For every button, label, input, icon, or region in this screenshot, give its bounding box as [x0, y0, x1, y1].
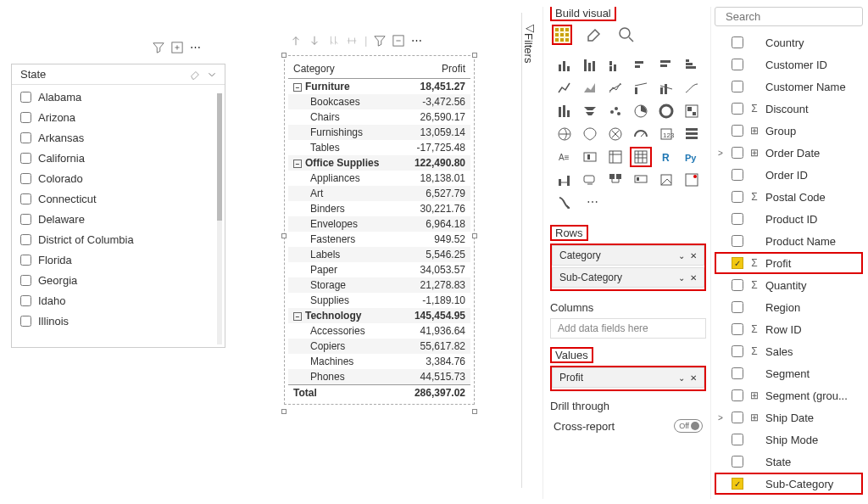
viz-type-icon[interactable] — [579, 101, 601, 121]
field-row[interactable]: ⊞Group — [715, 120, 863, 142]
field-checkbox[interactable] — [732, 103, 743, 115]
field-row[interactable]: Segment — [715, 362, 863, 384]
viz-type-icon[interactable]: ⋯ — [579, 193, 601, 213]
matrix-row[interactable]: Art6,527.79 — [288, 186, 470, 201]
field-checkbox[interactable] — [732, 147, 743, 159]
matrix-row[interactable]: −Office Supplies122,490.80 — [288, 155, 470, 171]
viz-type-icon[interactable] — [681, 170, 703, 190]
field-checkbox[interactable] — [732, 301, 743, 313]
cross-report-toggle[interactable]: Off — [674, 419, 703, 433]
chevron-down-icon[interactable]: ⌄ — [678, 273, 685, 283]
slicer-checkbox[interactable] — [20, 255, 31, 266]
field-checkbox[interactable] — [732, 389, 743, 401]
slicer-item[interactable]: California — [12, 148, 225, 168]
viz-type-icon[interactable] — [681, 124, 703, 144]
viz-type-icon[interactable] — [579, 78, 601, 98]
field-checkbox[interactable] — [732, 125, 743, 137]
filters-pane-collapsed[interactable]: ◁ Filters — [521, 13, 540, 488]
drill-up-icon[interactable] — [290, 35, 302, 47]
field-checkbox[interactable] — [732, 345, 743, 357]
remove-icon[interactable]: ✕ — [690, 373, 697, 383]
viz-type-icon[interactable] — [681, 101, 703, 121]
viz-type-icon[interactable]: R — [655, 147, 677, 167]
collapse-icon[interactable]: − — [293, 83, 302, 92]
field-checkbox[interactable] — [732, 367, 743, 379]
slicer-item[interactable]: Arkansas — [12, 127, 225, 148]
slicer-checkbox[interactable] — [20, 275, 31, 286]
expand-icon[interactable]: > — [718, 413, 726, 423]
field-checkbox[interactable] — [732, 191, 743, 203]
matrix-row[interactable]: Storage21,278.83 — [288, 277, 470, 293]
slicer-item[interactable]: Florida — [12, 249, 225, 270]
viz-type-icon[interactable] — [579, 55, 601, 76]
viz-type-icon[interactable] — [604, 101, 626, 121]
slicer-checkbox[interactable] — [20, 153, 31, 164]
matrix-row[interactable]: Paper34,053.57 — [288, 262, 470, 277]
viz-type-icon[interactable] — [630, 101, 652, 121]
viz-type-icon[interactable] — [604, 124, 626, 144]
matrix-row[interactable]: Fasteners949.52 — [288, 232, 470, 247]
remove-icon[interactable]: ✕ — [690, 251, 697, 260]
col-header-category[interactable]: Category — [288, 59, 399, 79]
slicer-item[interactable]: Alabama — [12, 87, 225, 107]
viz-type-icon[interactable] — [655, 101, 677, 121]
field-well[interactable]: Profit⌄✕ — [552, 367, 704, 388]
matrix-row[interactable]: Machines3,384.76 — [288, 354, 470, 369]
slicer-checkbox[interactable] — [20, 295, 31, 306]
field-checkbox-checked[interactable]: ✓ — [732, 478, 743, 490]
viz-type-icon[interactable] — [630, 78, 652, 98]
matrix-row[interactable]: −Furniture18,451.27 — [288, 79, 470, 95]
field-checkbox[interactable] — [732, 59, 743, 70]
viz-type-icon[interactable] — [604, 170, 626, 190]
chevron-down-icon[interactable]: ⌄ — [678, 251, 685, 260]
field-row[interactable]: Region — [715, 296, 863, 318]
field-well[interactable]: Sub-Category⌄✕ — [552, 267, 704, 288]
slicer-checkbox[interactable] — [20, 112, 31, 123]
slicer-checkbox[interactable] — [20, 193, 31, 204]
slicer-checkbox[interactable] — [20, 92, 31, 103]
filter-icon[interactable] — [374, 35, 386, 47]
matrix-row[interactable]: Bookcases-3,472.56 — [288, 94, 470, 109]
columns-well[interactable]: Add data fields here — [550, 318, 706, 339]
viz-type-icon[interactable] — [655, 170, 677, 190]
field-row[interactable]: Product ID — [715, 208, 863, 230]
col-header-profit[interactable]: Profit — [399, 59, 470, 79]
more-icon[interactable]: ⋯ — [411, 34, 422, 47]
search-box[interactable] — [715, 7, 863, 26]
viz-type-icon[interactable] — [554, 124, 576, 144]
slicer-item[interactable]: Illinois — [12, 311, 225, 331]
format-tab[interactable] — [584, 25, 604, 45]
viz-type-icon[interactable] — [630, 170, 652, 190]
viz-type-icon[interactable]: A≡ — [554, 147, 576, 167]
viz-type-icon[interactable] — [554, 101, 576, 121]
field-row[interactable]: ΣRow ID — [715, 318, 863, 340]
field-checkbox[interactable] — [732, 81, 743, 92]
slicer-item[interactable]: Colorado — [12, 168, 225, 188]
focus-icon[interactable] — [171, 42, 183, 53]
slicer-item[interactable]: Delaware — [12, 209, 225, 229]
matrix-row[interactable]: Supplies-1,189.10 — [288, 293, 470, 308]
matrix-row[interactable]: −Technology145,454.95 — [288, 308, 470, 323]
drill-down-icon[interactable] — [309, 35, 320, 47]
slicer-item[interactable]: Connecticut — [12, 188, 225, 209]
matrix-row[interactable]: Binders30,221.76 — [288, 201, 470, 216]
slicer-checkbox[interactable] — [20, 234, 31, 245]
drill-next-icon[interactable] — [327, 35, 339, 47]
field-row[interactable]: State — [715, 451, 863, 473]
slicer-checkbox[interactable] — [20, 316, 31, 327]
chevron-down-icon[interactable]: ⌄ — [678, 373, 685, 383]
matrix-row[interactable]: Labels5,546.25 — [288, 247, 470, 262]
viz-type-icon[interactable] — [579, 124, 601, 144]
slicer-item[interactable]: Georgia — [12, 270, 225, 290]
focus-icon[interactable] — [392, 35, 404, 47]
field-well[interactable]: Category⌄✕ — [552, 245, 704, 266]
matrix-row[interactable]: Copiers55,617.82 — [288, 339, 470, 354]
field-checkbox[interactable] — [732, 434, 743, 445]
field-row[interactable]: Customer ID — [715, 53, 863, 76]
matrix-row[interactable]: Phones44,515.73 — [288, 369, 470, 385]
field-row[interactable]: ΣPostal Code — [715, 186, 863, 208]
field-row[interactable]: >⊞Order Date — [715, 142, 863, 164]
viz-type-icon[interactable]: Py — [681, 147, 703, 167]
collapse-icon[interactable]: − — [293, 160, 302, 168]
analytics-tab[interactable] — [616, 25, 637, 45]
